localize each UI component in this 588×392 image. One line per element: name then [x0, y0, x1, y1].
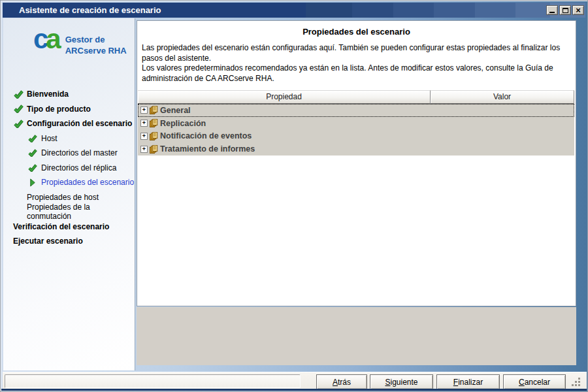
- brand-area: ca Gestor de ARCserve RHA: [3, 18, 135, 57]
- row-label: Tratamiento de informes: [160, 144, 255, 154]
- column-header-propiedad[interactable]: Propiedad: [138, 90, 431, 104]
- finish-button[interactable]: Finalizar: [436, 374, 500, 389]
- grid-header: Propiedad Valor: [138, 90, 574, 104]
- status-well: [5, 374, 301, 388]
- row-label: Replicación: [160, 119, 206, 128]
- close-button[interactable]: ×: [572, 5, 584, 15]
- description-line-1: Las propiedades del escenario están conf…: [142, 43, 571, 63]
- content-panel: Propiedades del escenario Las propiedade…: [137, 20, 576, 306]
- check-icon: [13, 120, 24, 128]
- row-label: General: [160, 106, 191, 115]
- documents-stack-icon: [150, 106, 158, 114]
- sidebar-step-configuracion-del-escenario: Configuración del escenario: [3, 116, 135, 131]
- documents-stack-icon: [150, 132, 158, 140]
- sidebar-step-host: Host: [3, 131, 135, 146]
- wizard-steps: Bienvenida Tipo de producto Configuració…: [3, 87, 135, 249]
- maximize-icon: [563, 8, 568, 13]
- resize-grip-icon[interactable]: [572, 378, 581, 387]
- properties-grid: Propiedad Valor + General + Replicación …: [138, 90, 574, 155]
- wizard-sidebar: ca Gestor de ARCserve RHA Bienvenida Tip…: [3, 18, 135, 370]
- close-icon: ×: [576, 7, 581, 14]
- maximize-button[interactable]: [559, 5, 571, 15]
- sidebar-step-ejecutar-escenario: Ejecutar escenario: [3, 234, 135, 249]
- check-icon: [13, 105, 24, 113]
- sidebar-step-propiedades-del-escenario: Propiedades del escenario: [3, 175, 135, 190]
- sidebar-step-directorios-del-master: Directorios del master: [3, 146, 135, 161]
- check-icon: [13, 90, 24, 99]
- window-title: Asistente de creación de escenario: [19, 5, 161, 15]
- column-header-valor[interactable]: Valor: [431, 90, 574, 104]
- documents-stack-icon: [150, 119, 158, 127]
- titlebar[interactable]: Asistente de creación de escenario ×: [3, 3, 585, 18]
- sidebar-step-verificacion-del-escenario: Verificación del escenario: [3, 220, 135, 235]
- expand-icon[interactable]: +: [140, 133, 148, 140]
- back-button[interactable]: Atrás: [316, 374, 367, 389]
- documents-stack-icon: [150, 145, 158, 154]
- window-controls: ×: [546, 5, 584, 15]
- description-line-2: Los valores predeterminados recomendados…: [142, 63, 571, 84]
- expand-icon[interactable]: +: [140, 146, 148, 153]
- button-bar: Atrás Siguiente Finalizar Cancelar: [3, 372, 587, 391]
- check-icon: [27, 135, 38, 142]
- product-name: Gestor de ARCserve RHA: [65, 27, 127, 57]
- check-icon: [27, 164, 38, 172]
- app-icon: [5, 5, 16, 16]
- table-row-tratamiento-de-informes[interactable]: + Tratamiento de informes: [138, 142, 574, 155]
- check-icon: [27, 149, 38, 157]
- sidebar-step-tipo-de-producto: Tipo de producto: [3, 102, 135, 117]
- current-step-arrow-icon: [27, 178, 38, 187]
- table-row-notificacion-de-eventos[interactable]: + Notificación de eventos: [138, 130, 574, 143]
- sidebar-step-bienvenida: Bienvenida: [3, 87, 135, 102]
- lower-placeholder-panel: [137, 307, 576, 365]
- window-bottom-edge: [1, 389, 587, 391]
- grid-rows: + General + Replicación + Notificación d…: [138, 104, 574, 155]
- sidebar-step-directorios-del-replica: Directorios del réplica: [3, 161, 135, 176]
- page-title: Propiedades del escenario: [137, 27, 576, 37]
- wizard-window: Asistente de creación de escenario × ca …: [0, 0, 588, 392]
- ca-logo: ca: [33, 27, 59, 57]
- page-description: Las propiedades del escenario están conf…: [137, 37, 576, 84]
- expand-icon[interactable]: +: [140, 120, 148, 127]
- table-row-general[interactable]: + General: [138, 104, 574, 117]
- minimize-button[interactable]: [546, 5, 558, 15]
- next-button[interactable]: Siguiente: [370, 374, 433, 389]
- sidebar-step-propiedades-de-la-conmutacion: Propiedades de la conmutación: [3, 204, 135, 220]
- row-label: Notificación de eventos: [160, 131, 252, 140]
- table-row-replicacion[interactable]: + Replicación: [138, 117, 574, 130]
- minimize-icon: [549, 12, 555, 13]
- cancel-button[interactable]: Cancelar: [503, 374, 566, 389]
- expand-icon[interactable]: +: [140, 106, 148, 114]
